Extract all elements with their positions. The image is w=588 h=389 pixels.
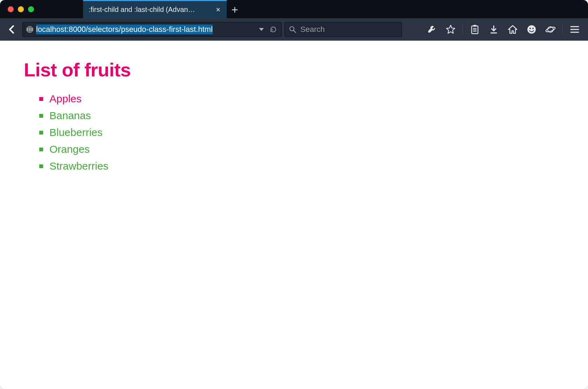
list-item: Strawberries	[39, 158, 564, 175]
download-icon[interactable]	[485, 21, 503, 38]
browser-tab[interactable]: :first-child and :last-child (Advan… ×	[83, 0, 227, 18]
svg-line-1	[294, 30, 296, 33]
separator	[562, 24, 563, 35]
list-item-label: Strawberries	[49, 158, 108, 175]
search-bar[interactable]	[285, 22, 402, 37]
svg-point-10	[532, 28, 534, 29]
close-window-button[interactable]	[8, 6, 14, 12]
svg-point-12	[545, 26, 556, 33]
wrench-icon[interactable]	[423, 21, 441, 38]
close-tab-icon[interactable]: ×	[215, 6, 221, 14]
list-item: Bananas	[39, 107, 564, 124]
home-icon[interactable]	[504, 21, 522, 38]
svg-rect-3	[473, 25, 476, 27]
menu-icon[interactable]	[566, 21, 584, 38]
browser-window: :first-child and :last-child (Advan… × l…	[0, 0, 588, 389]
fruit-list: Apples Bananas Blueberries Oranges Straw…	[24, 90, 564, 175]
list-item-label: Bananas	[49, 107, 91, 124]
back-button[interactable]	[4, 22, 20, 37]
page-heading: List of fruits	[24, 59, 564, 81]
reload-icon[interactable]	[269, 26, 278, 33]
tab-title: :first-child and :last-child (Advan…	[89, 6, 215, 14]
dropdown-icon[interactable]	[257, 27, 266, 32]
list-item-label: Apples	[49, 90, 82, 107]
bookmark-star-icon[interactable]	[442, 21, 460, 38]
list-item-label: Blueberries	[49, 124, 103, 141]
separator	[463, 24, 463, 35]
smiley-icon[interactable]	[522, 21, 541, 38]
svg-point-9	[529, 28, 531, 29]
url-text: localhost:8000/selectors/pseudo-class-fi…	[36, 25, 213, 34]
navigation-toolbar: localhost:8000/selectors/pseudo-class-fi…	[0, 18, 588, 41]
search-icon	[289, 26, 296, 33]
clipboard-icon[interactable]	[466, 21, 484, 38]
search-input[interactable]	[300, 25, 397, 34]
url-bar[interactable]: localhost:8000/selectors/pseudo-class-fi…	[22, 22, 282, 37]
saturn-icon[interactable]	[541, 21, 560, 38]
toolbar-icons	[423, 21, 584, 38]
page-content: List of fruits Apples Bananas Blueberrie…	[0, 41, 588, 389]
svg-point-8	[527, 25, 536, 34]
globe-icon	[26, 26, 33, 33]
list-item-label: Oranges	[49, 141, 90, 158]
window-controls	[0, 6, 42, 12]
list-item: Apples	[39, 90, 564, 107]
minimize-window-button[interactable]	[18, 6, 24, 12]
list-item: Blueberries	[39, 124, 564, 141]
list-item: Oranges	[39, 141, 564, 158]
tab-bar: :first-child and :last-child (Advan… ×	[0, 0, 588, 18]
new-tab-button[interactable]	[227, 0, 243, 18]
zoom-window-button[interactable]	[28, 6, 34, 12]
